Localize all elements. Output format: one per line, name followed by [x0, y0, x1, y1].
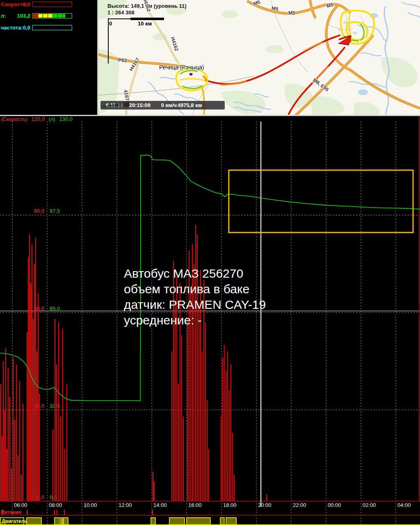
- map-buildings-shape: [344, 21, 347, 23]
- route-speed-segment: [304, 42, 322, 51]
- time-axis-label: 20:00: [258, 502, 272, 508]
- speed-value: 0,0: [1, 1, 30, 7]
- speed-bar: [32, 2, 72, 7]
- fuel-axis-label: 0,0: [50, 494, 57, 500]
- annotation-line: Автобус МАЗ 256270: [124, 266, 266, 281]
- map-water-shape: [361, 53, 381, 56]
- map-canvas[interactable]: [98, 0, 420, 115]
- time-axis-label: 08:00: [49, 502, 62, 508]
- chart-panel[interactable]: (Скорость) 120,0 (л) 130,0 06:0008:0010:…: [0, 116, 420, 525]
- status-speed: 0 км/ч: [161, 102, 177, 108]
- map-water: [148, 2, 420, 115]
- map-scale-ruler-shape: [130, 18, 164, 20]
- chart-annotation: Автобус МАЗ 256270 объем топлива в баке …: [124, 266, 266, 328]
- fuel-bar: [32, 13, 72, 18]
- fuel-bar-segment: [58, 14, 62, 18]
- town-label: Речица (Рэчыца): [159, 64, 204, 71]
- time-axis-label: 02:00: [363, 502, 376, 508]
- map-forest-areas-shape: [221, 10, 238, 18]
- fuel-axis-label: 97,5: [50, 208, 60, 214]
- annotation-line: усреднение: -: [124, 313, 266, 328]
- fuel-axis-label: 65,0: [50, 306, 60, 312]
- map-water-shape: [160, 78, 176, 79]
- map-status-bar: 6.11.15 20:15:09 0 км/ч 4975,8 км: [100, 101, 225, 110]
- map-forest-areas-shape: [266, 45, 284, 53]
- map-forest-areas: [98, 0, 418, 115]
- route-track-shape: [180, 71, 197, 74]
- route-track-shape: [180, 79, 204, 80]
- time-axis-label: 06:00: [14, 502, 27, 508]
- frequency-bar: [32, 25, 72, 30]
- map-panel[interactable]: Высота: 149,1 км (уровень 11) 1 : 264 30…: [98, 0, 420, 115]
- map-water-shape: [402, 2, 420, 7]
- strip-label-engine: Двигатель: [2, 518, 27, 524]
- fuel-bar-segment: [38, 14, 43, 18]
- time-axis-label: 00:00: [328, 502, 341, 508]
- map-water-shape: [358, 89, 368, 95]
- engine-on-block: [64, 518, 68, 525]
- time-axis-label: 18:00: [223, 502, 237, 508]
- route-track: [176, 11, 374, 115]
- time-axis-label: 12:00: [119, 502, 132, 508]
- speed-axis-label: 90,0: [34, 208, 44, 214]
- time-axis-label: 22:00: [293, 502, 306, 508]
- engine-on-block: [55, 518, 60, 525]
- map-buildings-shape: [354, 32, 356, 34]
- road-label-m5: М5: [288, 10, 295, 16]
- fuel-bar-segment: [63, 14, 65, 18]
- chart-fuel-series-label: (л): [49, 116, 55, 122]
- map-forest-areas-shape: [312, 96, 345, 115]
- engine-on-block: [27, 518, 41, 525]
- engine-on-block: [169, 518, 185, 525]
- strip-label-power: Питание: [1, 509, 21, 515]
- status-odometer: 4975,8 км: [178, 102, 202, 108]
- road-label-m5: М5: [271, 5, 278, 12]
- status-time: 20:15:09: [129, 102, 151, 108]
- time-axis-label: 16:00: [188, 502, 202, 508]
- engine-on-block: [220, 518, 224, 525]
- road-label-p82: Р82: [118, 57, 127, 63]
- map-water-shape: [408, 12, 420, 17]
- chart-fuel-max: 130,0: [59, 116, 73, 122]
- chart-header: (Скорость) 120,0 (л) 130,0: [1, 116, 75, 122]
- scale-distance-label: 10 км: [138, 21, 152, 27]
- fuel-value: 103,2: [1, 13, 30, 19]
- annotation-line: датчик: PRAMEN CAY-19: [124, 297, 266, 313]
- chart-speed-series-label: (Скорость): [1, 116, 27, 122]
- engine-on-block: [187, 518, 210, 525]
- fuel-bar-segment: [48, 14, 52, 18]
- engine-on-block: [151, 518, 155, 525]
- telemetry-panel: Скорость: 0,0 л: 103,2 частота: 0,0: [0, 0, 97, 115]
- time-axis-label: 14:00: [153, 502, 167, 508]
- frequency-value: 0,0: [1, 25, 30, 31]
- map-forest-areas-shape: [285, 84, 314, 108]
- fuel-bar-segment: [33, 14, 38, 18]
- chart-speed-max: 120,0: [31, 116, 45, 122]
- mini-histogram: [103, 101, 130, 107]
- tracking-app-window: Скорость: 0,0 л: 103,2 частота: 0,0: [0, 0, 420, 525]
- map-buildings-shape: [189, 73, 192, 75]
- map-forest-areas-shape: [353, 102, 379, 115]
- engine-on-block: [226, 518, 236, 525]
- scale-zero-label: 0: [109, 21, 112, 27]
- engine-on-block: [62, 518, 63, 525]
- time-axis-label: 04:00: [397, 502, 411, 508]
- annotation-line: объем топлива в баке: [124, 281, 266, 297]
- fuel-bar-segment: [53, 14, 57, 18]
- time-axis-label: 10:00: [84, 502, 97, 508]
- fuel-bar-segment: [43, 14, 48, 18]
- route-track-shape: [183, 86, 202, 89]
